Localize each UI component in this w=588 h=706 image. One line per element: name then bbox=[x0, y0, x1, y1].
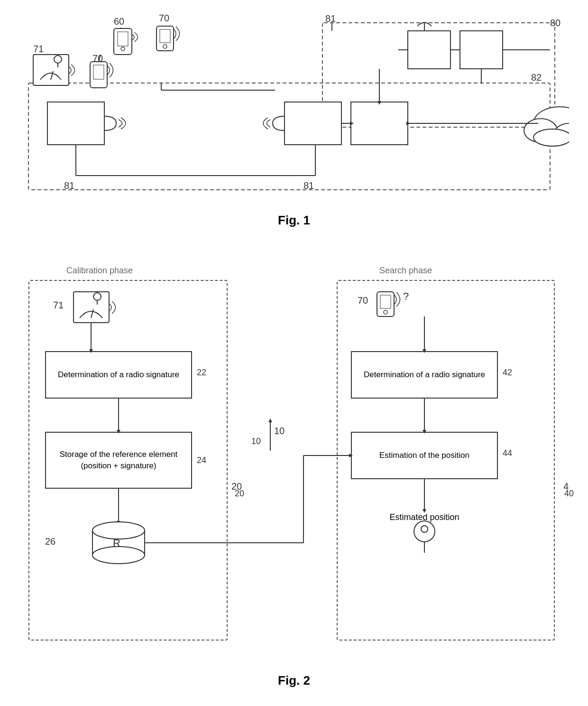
box44-text: Estimation of the position bbox=[379, 450, 469, 461]
calibration-phase-label: Calibration phase bbox=[66, 266, 133, 276]
box-44: Estimation of the position bbox=[351, 432, 498, 479]
ref-42: 42 bbox=[503, 368, 512, 378]
ref-22: 22 bbox=[197, 368, 206, 378]
svg-rect-44 bbox=[90, 62, 107, 88]
svg-rect-13 bbox=[47, 102, 104, 145]
svg-rect-3 bbox=[460, 31, 503, 69]
search-phase-label: Search phase bbox=[379, 266, 432, 276]
svg-text:70: 70 bbox=[159, 14, 169, 23]
svg-marker-72 bbox=[268, 418, 272, 422]
box-22: Determination of a radio signature bbox=[45, 351, 192, 399]
ref-24: 24 bbox=[197, 455, 206, 465]
svg-text:81: 81 bbox=[303, 180, 314, 191]
svg-rect-46 bbox=[33, 55, 69, 85]
fig1-container: 60 70 70 71 80 81 82 81 81 bbox=[19, 14, 569, 228]
svg-rect-41 bbox=[156, 26, 174, 51]
svg-text:10: 10 bbox=[274, 426, 285, 436]
estimated-pos-label: Estimated position bbox=[351, 512, 498, 522]
svg-text:80: 80 bbox=[550, 18, 560, 28]
page: { "fig1": { "label": "Fig. 1", "refs": {… bbox=[0, 0, 588, 706]
box22-text: Determination of a radio signature bbox=[58, 369, 179, 381]
svg-text:71: 71 bbox=[33, 44, 44, 54]
fig1-svg: 60 70 70 71 80 81 82 81 81 bbox=[19, 14, 569, 228]
box42-text: Determination of a radio signature bbox=[364, 369, 485, 381]
ref-44: 44 bbox=[503, 448, 512, 458]
fig2-label: Fig. 2 bbox=[278, 673, 310, 688]
fig2-container: Calibration phase Search phase 10 20 40 … bbox=[19, 251, 569, 688]
box24-text: Storage of the reference element (positi… bbox=[50, 449, 187, 472]
box-24: Storage of the reference element (positi… bbox=[45, 432, 192, 489]
svg-text:82: 82 bbox=[531, 72, 542, 83]
svg-point-11 bbox=[533, 129, 569, 146]
svg-rect-14 bbox=[285, 102, 341, 145]
ref-10: 10 bbox=[251, 437, 261, 446]
ref-40: 40 bbox=[564, 489, 574, 499]
svg-rect-15 bbox=[351, 102, 408, 145]
box-42: Determination of a radio signature bbox=[351, 351, 498, 399]
svg-text:60: 60 bbox=[114, 16, 124, 27]
svg-rect-2 bbox=[408, 31, 450, 69]
fig1-label: Fig. 1 bbox=[278, 213, 310, 228]
svg-text:81: 81 bbox=[64, 180, 74, 191]
svg-text:81: 81 bbox=[325, 14, 336, 24]
ref-20: 20 bbox=[235, 489, 244, 499]
